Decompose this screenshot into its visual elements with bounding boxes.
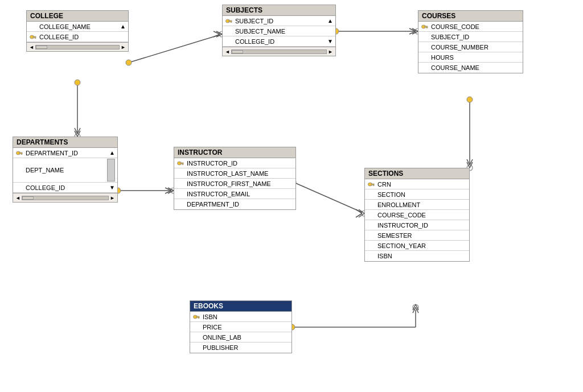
scrollbar-side — [325, 28, 333, 35]
no-key-icon — [225, 27, 233, 35]
svg-line-28 — [168, 191, 174, 193]
scrollbar[interactable]: ◄ ► — [223, 47, 335, 56]
departments-table-header: DEPARTMENTS — [13, 137, 117, 148]
erd-canvas: COLLEGE COLLEGE_NAME ▲ COLLEGE_ID ◄ ► SU… — [0, 0, 583, 392]
field-label: SECTION — [377, 191, 405, 198]
svg-rect-58 — [231, 22, 232, 23]
no-key-icon — [367, 242, 375, 250]
college-table-header: COLLEGE — [27, 11, 128, 22]
svg-line-20 — [75, 131, 77, 137]
ebooks-table-header: EBOOKS — [190, 301, 292, 312]
svg-point-18 — [75, 80, 80, 85]
scroll-down-indicator: ▼ — [327, 38, 333, 44]
svg-line-29 — [165, 188, 171, 191]
table-row: COLLEGE_NAME ▲ — [27, 22, 128, 32]
no-key-icon — [367, 201, 375, 209]
table-row: PUBLISHER — [190, 343, 292, 353]
table-row: COURSE_CODE — [365, 210, 469, 220]
svg-line-15 — [409, 28, 416, 31]
svg-line-13 — [412, 28, 418, 31]
scroll-left[interactable]: ◄ — [29, 44, 34, 50]
key-icon — [192, 313, 200, 321]
scroll-right[interactable]: ► — [121, 44, 126, 50]
field-label: COLLEGE_NAME — [39, 23, 91, 30]
scroll-right[interactable]: ► — [328, 49, 333, 55]
scroll-left[interactable]: ◄ — [225, 49, 230, 55]
svg-rect-55 — [35, 38, 36, 39]
svg-line-42 — [470, 162, 473, 168]
field-label: ISBN — [203, 313, 217, 320]
field-label: PUBLISHER — [203, 344, 238, 351]
svg-line-52 — [416, 304, 418, 310]
svg-line-23 — [77, 128, 80, 134]
field-label: COLLEGE_ID — [235, 38, 274, 45]
field-label: INSTRUCTOR_FIRST_NAME — [187, 180, 271, 187]
field-label: PRICE — [203, 324, 222, 331]
svg-line-30 — [165, 191, 171, 193]
svg-line-31 — [293, 182, 364, 213]
table-row: COURSE_NUMBER — [418, 42, 523, 52]
table-row: HOURS — [418, 52, 523, 63]
field-label: ONLINE_LAB — [203, 334, 241, 341]
ebooks-table: EBOOKS ISBN PRICE ONLINE_LAB PUBLISHER — [190, 300, 292, 353]
scroll-up-indicator: ▲ — [327, 18, 333, 24]
scroll-up: ▲ — [109, 150, 115, 156]
field-label: SECTION_YEAR — [377, 242, 426, 249]
field-label: SUBJECT_ID — [431, 34, 469, 40]
svg-line-37 — [356, 213, 362, 217]
departments-table: DEPARTMENTS DEPARTMENT_ID ▲ DEPT_NAME CO… — [13, 137, 118, 203]
svg-line-36 — [356, 209, 362, 213]
scroll-indicator: ▲ — [120, 23, 126, 30]
svg-line-16 — [409, 31, 416, 34]
field-label: DEPARTMENT_ID — [26, 150, 78, 156]
svg-line-50 — [416, 307, 418, 313]
no-key-icon — [225, 38, 233, 46]
key-icon — [225, 17, 233, 25]
svg-line-22 — [75, 128, 77, 134]
key-icon — [176, 159, 184, 167]
table-row: SEMESTER — [365, 230, 469, 241]
svg-line-8 — [214, 31, 220, 34]
table-row: SECTION_YEAR — [365, 241, 469, 251]
field-label: COURSE_NAME — [431, 64, 479, 71]
no-key-icon — [367, 252, 375, 260]
table-row: COURSE_CODE — [418, 22, 523, 32]
table-row: ENROLLMENT — [365, 200, 469, 210]
field-label: SUBJECT_NAME — [235, 28, 285, 35]
no-key-icon — [176, 170, 184, 178]
svg-line-34 — [359, 209, 364, 213]
no-key-icon — [421, 43, 429, 51]
table-row: SUBJECT_ID — [418, 32, 523, 42]
sections-table-header: SECTIONS — [365, 168, 469, 179]
svg-rect-61 — [426, 27, 428, 28]
scroll-thumb — [36, 46, 47, 49]
svg-line-6 — [216, 31, 222, 34]
no-key-icon — [29, 23, 37, 31]
field-label: SUBJECT_ID — [235, 18, 273, 24]
field-label: INSTRUCTOR_ID — [187, 160, 237, 167]
table-row: SECTION — [365, 189, 469, 200]
table-row: INSTRUCTOR_FIRST_NAME — [174, 179, 295, 189]
svg-rect-70 — [373, 185, 374, 186]
table-row: ISBN — [365, 251, 469, 261]
field-label: SEMESTER — [377, 232, 412, 239]
field-label: COLLEGE_ID — [26, 184, 65, 191]
field-label: ENROLLMENT — [377, 201, 420, 208]
table-row: PRICE — [190, 322, 292, 332]
scroll-right[interactable]: ► — [110, 195, 115, 201]
scrollbar[interactable]: ◄ ► — [27, 42, 128, 51]
field-label: HOURS — [431, 54, 454, 61]
scroll-left[interactable]: ◄ — [15, 195, 20, 201]
no-key-icon — [367, 211, 375, 219]
table-row: SUBJECT_ID ▲ — [223, 16, 335, 26]
table-row: COLLEGE_ID — [27, 32, 128, 42]
table-row: COLLEGE_ID ▼ — [13, 183, 117, 193]
svg-line-51 — [413, 304, 416, 310]
svg-point-48 — [413, 304, 418, 310]
scroll-thumb — [22, 196, 34, 200]
table-row: COURSE_NAME — [418, 63, 523, 73]
college-table: COLLEGE COLLEGE_NAME ▲ COLLEGE_ID ◄ ► — [26, 10, 129, 52]
field-label: DEPT_NAME — [26, 167, 64, 174]
table-row: INSTRUCTOR_LAST_NAME — [174, 168, 295, 179]
scrollbar[interactable]: ◄ ► — [13, 193, 117, 202]
